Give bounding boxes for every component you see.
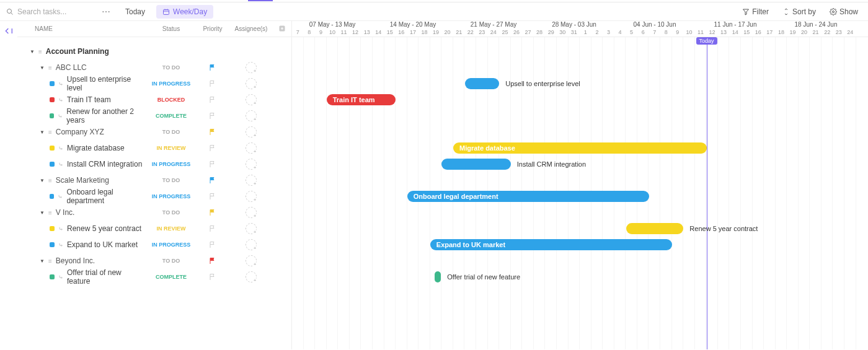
gantt-bar[interactable]: Offer trial of new feature	[435, 271, 520, 282]
task-row[interactable]: ⤷Offer trial of new feature COMPLETE	[17, 269, 291, 285]
avatar-placeholder[interactable]	[246, 271, 257, 282]
status-cell[interactable]: COMPLETE	[146, 113, 196, 119]
assignee-cell[interactable]	[229, 94, 273, 105]
priority-cell[interactable]	[196, 112, 229, 120]
assignee-cell[interactable]	[229, 78, 273, 89]
assignee-cell[interactable]	[229, 255, 273, 266]
filter-button[interactable]: Filter	[738, 7, 773, 16]
priority-cell[interactable]	[196, 241, 229, 248]
week-cell: 07 May - 13 May	[292, 21, 373, 29]
more-icon[interactable]: ⋯	[98, 7, 114, 17]
gantt-bar[interactable]: Onboard legal department	[407, 191, 649, 202]
status-cell[interactable]: IN PROGRESS	[146, 193, 196, 199]
assignee-cell[interactable]	[229, 142, 273, 154]
avatar-placeholder[interactable]	[246, 159, 257, 170]
task-row[interactable]: ⤷Train IT team BLOCKED	[17, 92, 291, 108]
status-cell[interactable]: IN PROGRESS	[146, 161, 196, 167]
avatar-placeholder[interactable]	[246, 191, 257, 202]
priority-cell[interactable]	[196, 128, 229, 136]
avatar-placeholder[interactable]	[246, 78, 257, 89]
priority-cell[interactable]	[196, 193, 229, 200]
priority-cell[interactable]	[196, 80, 229, 87]
priority-cell[interactable]	[196, 64, 229, 71]
avatar-placeholder[interactable]	[246, 94, 257, 105]
avatar-placeholder[interactable]	[246, 239, 257, 250]
priority-cell[interactable]	[196, 257, 229, 265]
assignee-cell[interactable]	[229, 175, 273, 186]
group-row[interactable]: ▼≡Scale Marketing TO DO	[17, 172, 291, 188]
status-cell[interactable]: TO DO	[146, 129, 196, 135]
priority-cell[interactable]	[196, 209, 229, 216]
weekday-button[interactable]: Week/Day	[156, 5, 213, 19]
group-row[interactable]: ▼≡V Inc. TO DO	[17, 204, 291, 221]
avatar-placeholder[interactable]	[246, 142, 257, 154]
svg-rect-2	[164, 9, 169, 14]
avatar-placeholder[interactable]	[246, 207, 257, 218]
priority-cell[interactable]	[196, 96, 229, 103]
today-button[interactable]: Today	[120, 5, 150, 19]
avatar-placeholder[interactable]	[246, 110, 257, 121]
priority-cell[interactable]	[196, 144, 229, 152]
caret-icon[interactable]: ▼	[40, 258, 45, 264]
status-square	[50, 113, 54, 118]
gantt-bar[interactable]: Expand to UK market	[430, 239, 672, 250]
caret-icon[interactable]: ▼	[40, 178, 45, 183]
collapse-sidebar-icon[interactable]	[0, 21, 17, 349]
gantt-bar[interactable]: Renew 5 year contract	[626, 223, 758, 234]
avatar-placeholder[interactable]	[246, 175, 257, 186]
status-cell[interactable]: IN REVIEW	[146, 225, 196, 232]
caret-icon[interactable]: ▼	[30, 49, 35, 55]
avatar-placeholder[interactable]	[246, 126, 257, 138]
avatar-placeholder[interactable]	[246, 223, 257, 234]
search[interactable]	[6, 7, 92, 16]
status-cell[interactable]: TO DO	[146, 64, 196, 71]
week-cell: 21 May - 27 May	[453, 21, 534, 29]
task-row[interactable]: ⤷Onboard legal department IN PROGRESS	[17, 188, 291, 204]
gantt-bar[interactable]: Train IT team	[327, 94, 396, 105]
status-cell[interactable]: BLOCKED	[146, 97, 196, 103]
assignee-cell[interactable]	[229, 271, 273, 282]
task-row[interactable]: ⤷Migrate database IN REVIEW	[17, 140, 291, 156]
gantt-bar[interactable]: Upsell to enterprise level	[465, 78, 580, 89]
status-cell[interactable]: TO DO	[146, 209, 196, 216]
status-cell[interactable]: IN PROGRESS	[146, 81, 196, 87]
assignee-cell[interactable]	[229, 110, 273, 121]
task-row[interactable]: ⤷Upsell to enterprise level IN PROGRESS	[17, 76, 291, 92]
caret-icon[interactable]: ▼	[40, 129, 45, 135]
assignee-cell[interactable]	[229, 223, 273, 234]
folder-row[interactable]: ▼≡Account Planning	[17, 43, 291, 59]
sortby-button[interactable]: Sort by	[779, 7, 820, 16]
priority-cell[interactable]	[196, 177, 229, 184]
avatar-placeholder[interactable]	[246, 255, 257, 266]
assignee-cell[interactable]	[229, 207, 273, 218]
task-row[interactable]: ⤷Renew for another 2 years COMPLETE	[17, 108, 291, 124]
assignee-cell[interactable]	[229, 191, 273, 202]
task-row[interactable]: ⤷Expand to UK market IN PROGRESS	[17, 237, 291, 253]
task-row[interactable]: ⤷Install CRM integration IN PROGRESS	[17, 156, 291, 172]
status-cell[interactable]: TO DO	[146, 258, 196, 264]
group-row[interactable]: ▼≡ABC LLC TO DO	[17, 59, 291, 76]
priority-cell[interactable]	[196, 273, 229, 281]
gantt-bar[interactable]: Migrate database	[453, 142, 707, 154]
status-cell[interactable]: IN REVIEW	[146, 145, 196, 151]
priority-cell[interactable]	[196, 225, 229, 232]
assignee-cell[interactable]	[229, 159, 273, 170]
avatar-placeholder[interactable]	[246, 62, 257, 73]
add-column-button[interactable]	[273, 25, 291, 33]
assignee-cell[interactable]	[229, 239, 273, 250]
status-cell[interactable]: COMPLETE	[146, 274, 196, 280]
search-input[interactable]	[17, 7, 92, 16]
status-cell[interactable]: IN PROGRESS	[146, 242, 196, 248]
status-cell[interactable]: TO DO	[146, 177, 196, 183]
group-row[interactable]: ▼≡Company XYZ TO DO	[17, 124, 291, 140]
priority-cell[interactable]	[196, 160, 229, 168]
show-button[interactable]: Show	[826, 7, 862, 16]
caret-icon[interactable]: ▼	[40, 210, 45, 216]
gantt-bar[interactable]: Install CRM integration	[441, 159, 586, 170]
assignee-cell[interactable]	[229, 62, 273, 73]
caret-icon[interactable]: ▼	[40, 65, 45, 71]
search-icon	[6, 8, 14, 15]
group-row[interactable]: ▼≡Beyond Inc. TO DO	[17, 253, 291, 269]
assignee-cell[interactable]	[229, 126, 273, 138]
task-row[interactable]: ⤷Renew 5 year contract IN REVIEW	[17, 221, 291, 237]
